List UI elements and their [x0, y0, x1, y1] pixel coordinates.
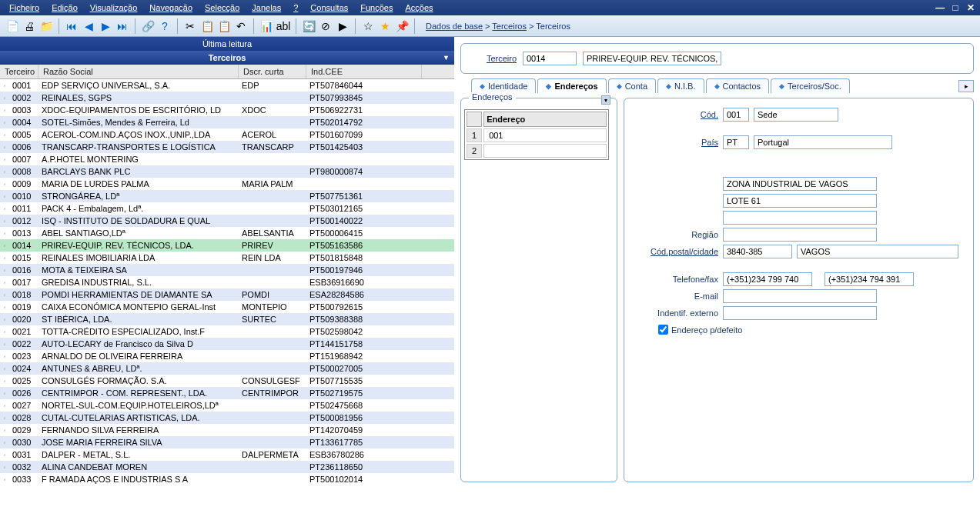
table-row[interactable]: ◦ 0001 EDP SERVIÇO UNIVERSAL, S.A. EDP P…	[0, 79, 454, 92]
col-razao[interactable]: Razão Social	[38, 65, 239, 78]
table-row[interactable]: ◦ 0009 MARIA DE LURDES PALMA MARIA PALM	[0, 178, 454, 190]
cut-icon[interactable]: ✂	[182, 18, 198, 34]
table-row[interactable]: ◦ 0032 ALINA CANDEBAT MOREN PT236118650	[0, 461, 454, 473]
page-indicator[interactable]: ▸	[958, 80, 974, 92]
col-cee[interactable]: Ind.CEE	[306, 65, 422, 78]
pais-desc-input[interactable]	[754, 135, 892, 149]
table-row[interactable]: ◦ 0018 POMDI HERRAMIENTAS DE DIAMANTE SA…	[0, 288, 454, 301]
new-icon[interactable]: 📄	[5, 18, 20, 34]
table-row[interactable]: ◦ 0012 ISQ - INSTITUTO DE SOLDADURA E QU…	[0, 215, 454, 227]
table-row[interactable]: ◦ 0002 REINALES, SGPS PT507993845	[0, 92, 454, 104]
pais-label[interactable]: País	[637, 138, 718, 147]
link-icon[interactable]: 🔗	[140, 18, 156, 34]
last-icon[interactable]: ⏭	[115, 18, 130, 34]
menu-acções[interactable]: Acções	[399, 2, 439, 14]
ident-input[interactable]	[723, 306, 877, 320]
table-row[interactable]: ◦ 0007 A.P.HOTEL MONTERING	[0, 153, 454, 165]
tel-input[interactable]	[723, 272, 812, 286]
menu-selecção[interactable]: Selecção	[199, 2, 246, 14]
pin-icon[interactable]: 📌	[394, 18, 410, 34]
table-row[interactable]: ◦ 0021 TOTTA-CRÉDITO ESPECIALIZADO, Inst…	[0, 325, 454, 338]
table-row[interactable]: ◦ 0014 PRIREV-EQUIP. REV. TÉCNICOS, LDA.…	[0, 239, 454, 252]
table-row[interactable]: ◦ 0029 FERNANDO SILVA FERREIRA PT1420704…	[0, 424, 454, 436]
tab-conta[interactable]: ◆Conta	[608, 78, 656, 93]
addr2-input[interactable]	[723, 194, 877, 208]
menu-consultas[interactable]: Consultas	[304, 2, 354, 14]
col-dscr[interactable]: Dscr. curta	[239, 65, 306, 78]
paste-icon[interactable]: 📋	[216, 18, 232, 34]
table-row[interactable]: ◦ 0004 SOTEL-Simões, Mendes & Ferreira, …	[0, 116, 454, 128]
table-row[interactable]: ◦ 0011 PACK 4 - Embalagem, Ldª. PT503012…	[0, 202, 454, 215]
list-icon[interactable]: 📊	[259, 18, 274, 34]
table-row[interactable]: ◦ 0028 CUTAL-CUTELARIAS ARTISTICAS, LDA.…	[0, 412, 454, 424]
stop-icon[interactable]: ⊘	[318, 18, 333, 34]
prev-icon[interactable]: ◀	[81, 18, 96, 34]
table-row[interactable]: ◦ 0019 CAIXA ECONÓMICA MONTEPIO GERAL-In…	[0, 301, 454, 313]
table-row[interactable]: ◦ 0017 GREDISA INDUSTRIAL, S.L. ESB36916…	[0, 276, 454, 288]
star-icon[interactable]: ★	[377, 18, 393, 34]
cp-label[interactable]: Cód.postal/cidade	[637, 247, 718, 256]
addr-row[interactable]: 1001	[467, 128, 607, 142]
defeito-checkbox[interactable]	[658, 325, 668, 335]
undo-icon[interactable]: ↶	[233, 18, 249, 34]
grid-body[interactable]: ◦ 0001 EDP SERVIÇO UNIVERSAL, S.A. EDP P…	[0, 79, 454, 510]
terceiro-label[interactable]: Terceiro	[473, 54, 517, 63]
tab-contactos[interactable]: ◆Contactos	[706, 78, 770, 93]
email-input[interactable]	[723, 289, 877, 303]
table-row[interactable]: ◦ 0016 MOTA & TEIXEIRA SA PT500197946	[0, 264, 454, 276]
first-icon[interactable]: ⏮	[64, 18, 79, 34]
refresh-icon[interactable]: 🔄	[301, 18, 316, 34]
table-row[interactable]: ◦ 0025 CONSULGÉS FORMAÇÃO. S.A. CONSULGE…	[0, 375, 454, 387]
table-row[interactable]: ◦ 0020 ST IBÉRICA, LDA. SURTEC PT5093883…	[0, 313, 454, 325]
menu-ficheiro[interactable]: Ficheiro	[3, 2, 45, 14]
tab-knob-icon[interactable]: ▾	[601, 95, 610, 105]
regiao-input[interactable]	[723, 228, 877, 242]
table-row[interactable]: ◦ 0008 BARCLAYS BANK PLC PT980000874	[0, 165, 454, 178]
menu-navegação[interactable]: Navegação	[143, 2, 199, 14]
cod-desc-input[interactable]	[754, 108, 838, 122]
menu-janelas[interactable]: Janelas	[246, 2, 287, 14]
breadcrumb-link-2[interactable]: Terceiros	[492, 22, 527, 31]
breadcrumb-link-1[interactable]: Dados de base	[426, 22, 483, 31]
fax-input[interactable]	[824, 272, 914, 286]
pais-input[interactable]	[723, 135, 749, 149]
table-row[interactable]: ◦ 0026 CENTRIMPOR - COM. REPRESENT., LDA…	[0, 387, 454, 399]
address-table[interactable]: Endereço 10012	[464, 109, 609, 160]
print-icon[interactable]: 🖨	[22, 18, 37, 34]
copy-icon[interactable]: 📋	[199, 18, 215, 34]
table-row[interactable]: ◦ 0015 REINALES IMOBILIARIA LDA REIN LDA…	[0, 252, 454, 264]
table-row[interactable]: ◦ 0006 TRANSCARP-TRANSPORTES E LOGÍSTICA…	[0, 141, 454, 153]
ultima-leitura-header[interactable]: Última leitura	[0, 37, 454, 51]
menu-edição[interactable]: Edição	[45, 2, 84, 14]
cidade-input[interactable]	[797, 245, 958, 258]
maximize-button[interactable]: □	[949, 2, 962, 13]
terceiro-name-input[interactable]	[583, 52, 721, 65]
go-icon[interactable]: ▶	[335, 18, 350, 34]
cod-label[interactable]: Cód.	[637, 110, 718, 119]
table-row[interactable]: ◦ 0023 ARNALDO DE OLIVEIRA FERREIRA PT15…	[0, 350, 454, 362]
cp-input[interactable]	[723, 245, 792, 258]
tab-endereos[interactable]: ◆Endereços	[537, 78, 606, 93]
table-row[interactable]: ◦ 0033 F RAMADA AÇOS E INDUSTRIAS S A PT…	[0, 473, 454, 485]
table-row[interactable]: ◦ 0005 ACEROL-COM.IND.AÇOS INOX.,UNIP.,L…	[0, 128, 454, 141]
tab-identidade[interactable]: ◆Identidade	[471, 78, 536, 93]
table-row[interactable]: ◦ 0027 NORTEL-SUL-COM.EQUIP.HOTELEIROS,L…	[0, 399, 454, 412]
cod-input[interactable]	[723, 108, 749, 122]
addr-row[interactable]: 2	[467, 144, 607, 158]
text-icon[interactable]: abl	[276, 18, 291, 34]
menu-funções[interactable]: Funções	[354, 2, 399, 14]
table-row[interactable]: ◦ 0003 XDOC-EQUIPAMENTOS DE ESCRITÓRIO, …	[0, 104, 454, 116]
dropdown-icon[interactable]: ▼	[443, 54, 450, 62]
folder-icon[interactable]: 📁	[38, 18, 54, 34]
addr3-input[interactable]	[723, 211, 877, 225]
table-row[interactable]: ◦ 0031 DALPER - METAL, S.L. DALPERMETA E…	[0, 448, 454, 461]
table-row[interactable]: ◦ 0022 AUTO-LECARY de Francisco da Silva…	[0, 338, 454, 350]
table-row[interactable]: ◦ 0030 JOSE MARIA FERREIRA SILVA PT13361…	[0, 436, 454, 448]
terceiro-code-input[interactable]	[523, 52, 577, 65]
menu-visualização[interactable]: Visualização	[84, 2, 144, 14]
next-icon[interactable]: ▶	[98, 18, 113, 34]
table-row[interactable]: ◦ 0010 STRONGÁREA, LDª PT507751361	[0, 190, 454, 202]
table-row[interactable]: ◦ 0024 ANTUNES & ABREU, LDª. PT500027005	[0, 362, 454, 375]
menu-?[interactable]: ?	[287, 2, 304, 14]
table-row[interactable]: ◦ 0013 ABEL SANTIAGO,LDª ABELSANTIA PT50…	[0, 227, 454, 239]
